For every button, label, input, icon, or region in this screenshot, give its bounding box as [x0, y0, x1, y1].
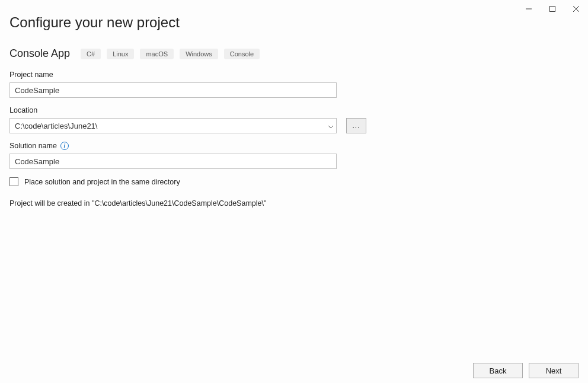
same-directory-checkbox[interactable]: [9, 177, 18, 186]
template-name: Console App: [9, 47, 70, 60]
back-button[interactable]: Back: [473, 363, 523, 378]
close-button[interactable]: [564, 0, 588, 18]
page-title: Configure your new project: [9, 14, 579, 31]
tag-macos: macOS: [140, 49, 174, 59]
tag-windows: Windows: [180, 49, 218, 59]
minimize-button[interactable]: [517, 0, 541, 18]
solution-name-input[interactable]: [9, 154, 337, 169]
location-input[interactable]: [9, 118, 337, 133]
svg-rect-1: [550, 7, 555, 12]
next-button[interactable]: Next: [529, 363, 579, 378]
tag-linux: Linux: [107, 49, 134, 59]
browse-button[interactable]: ...: [346, 118, 366, 133]
project-name-input[interactable]: [9, 82, 337, 98]
solution-name-label-text: Solution name: [9, 142, 57, 150]
creation-path-note: Project will be created in "C:\code\arti…: [9, 199, 579, 208]
tag-csharp: C#: [81, 49, 101, 59]
maximize-button[interactable]: [541, 0, 564, 18]
tag-console: Console: [224, 49, 260, 59]
solution-name-label: Solution name i: [9, 142, 579, 150]
project-name-label: Project name: [9, 71, 579, 79]
template-row: Console App C# Linux macOS Windows Conso…: [9, 47, 579, 60]
info-icon[interactable]: i: [60, 142, 69, 150]
same-directory-label[interactable]: Place solution and project in the same d…: [24, 178, 180, 186]
location-label: Location: [9, 106, 579, 114]
